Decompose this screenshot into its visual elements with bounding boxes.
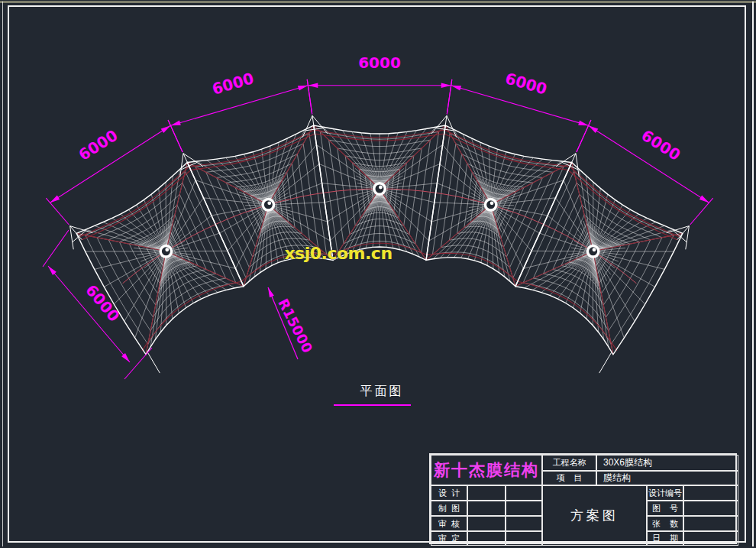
plan-view-label: 平面图 bbox=[340, 384, 424, 400]
dimension-span-5-label: 6000 bbox=[638, 126, 684, 164]
item-label: 项 目 bbox=[542, 471, 596, 485]
dimension-span-3-label: 6000 bbox=[358, 54, 401, 72]
mast-peak bbox=[667, 226, 690, 250]
empty-cell bbox=[467, 516, 506, 531]
empty-cell bbox=[506, 485, 542, 501]
dimension-arrow bbox=[268, 287, 274, 297]
dimension-span-1-label: 6000 bbox=[76, 126, 121, 164]
design-no-label: 设计编号 bbox=[647, 485, 683, 501]
empty-cell bbox=[467, 485, 506, 501]
empty-cell bbox=[683, 485, 738, 501]
project-name-value: 30X6膜结构 bbox=[596, 455, 738, 471]
title-block: 新十杰膜结构 工程名称 30X6膜结构 项 目 膜结构 设 计 制 图 审 核 … bbox=[429, 453, 737, 544]
dimension-arrow bbox=[308, 83, 318, 88]
end-anchor-line bbox=[148, 352, 612, 373]
dimension-layer: 600060006000600060006000R15000 bbox=[43, 54, 713, 379]
dimension-arrow bbox=[589, 125, 599, 133]
mast-hub bbox=[373, 182, 386, 196]
mast-hub bbox=[586, 245, 600, 258]
dimension-arrow bbox=[441, 83, 451, 88]
dimension-arrow bbox=[451, 86, 461, 91]
cad-viewport: 600060006000600060006000R15000xsj0.com.c… bbox=[0, 0, 756, 548]
empty-cell bbox=[506, 531, 542, 546]
empty-cell bbox=[467, 501, 506, 516]
dimension-span-2-label: 6000 bbox=[210, 69, 256, 99]
empty-cell bbox=[506, 516, 542, 531]
mast-hub bbox=[484, 198, 498, 212]
dimension-arrow bbox=[161, 125, 171, 133]
watermark-text: xsj0.com.cn bbox=[284, 244, 392, 263]
role-approve-label: 审 定 bbox=[431, 531, 467, 546]
date-label: 日 期 bbox=[647, 531, 683, 546]
project-name-label: 工程名称 bbox=[542, 455, 596, 471]
dimension-arrow bbox=[50, 196, 60, 203]
empty-cell bbox=[467, 531, 506, 546]
empty-cell bbox=[683, 516, 738, 531]
membrane-mesh-layer bbox=[76, 125, 683, 355]
dimension-arrow bbox=[170, 121, 180, 126]
plan-view-underline bbox=[334, 404, 411, 406]
mast-hub bbox=[159, 245, 173, 258]
empty-cell bbox=[683, 501, 738, 516]
dimension-arrow bbox=[298, 86, 308, 91]
sheet-title: 方案图 bbox=[542, 485, 647, 546]
empty-cell bbox=[506, 501, 542, 516]
mast-peak bbox=[70, 226, 93, 250]
role-draft-label: 制 图 bbox=[431, 501, 467, 516]
edge-cable bbox=[515, 163, 683, 355]
dimension-line bbox=[170, 86, 308, 126]
item-value: 膜结构 bbox=[596, 471, 738, 485]
dimension-arrow bbox=[578, 121, 588, 126]
mast-hub bbox=[261, 198, 275, 212]
dimension-end-span-label: 6000 bbox=[82, 280, 123, 325]
role-design-label: 设 计 bbox=[431, 485, 467, 501]
drawing-no-label: 图 号 bbox=[647, 501, 683, 516]
sheet-count-label: 张 数 bbox=[647, 516, 683, 531]
role-check-label: 审 核 bbox=[431, 516, 467, 531]
dimension-arrow bbox=[699, 196, 709, 203]
dimension-radius-label: R15000 bbox=[275, 296, 315, 355]
dimension-span-4-label: 6000 bbox=[503, 69, 549, 99]
company-name: 新十杰膜结构 bbox=[431, 455, 542, 485]
empty-cell bbox=[683, 531, 738, 546]
extension-line bbox=[307, 79, 452, 115]
edge-cable bbox=[76, 163, 244, 355]
dimension-line bbox=[451, 86, 589, 126]
